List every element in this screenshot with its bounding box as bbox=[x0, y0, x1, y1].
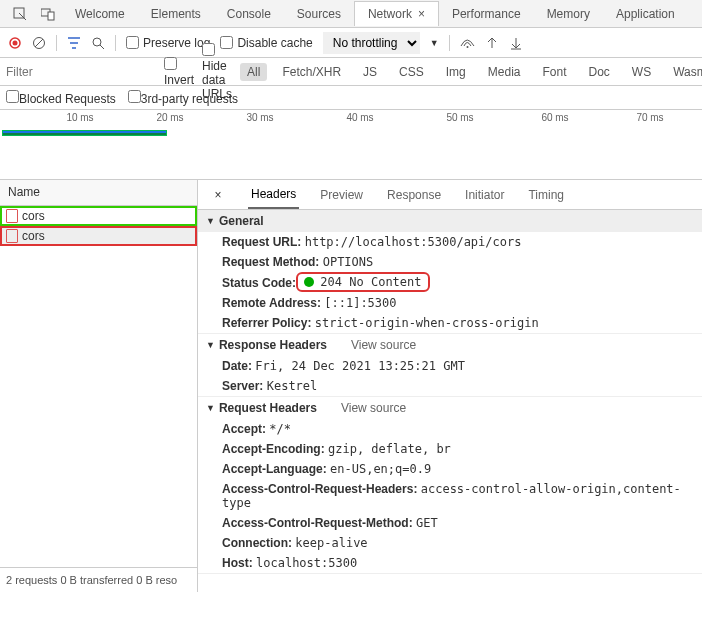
download-har-icon[interactable] bbox=[509, 36, 523, 50]
section-request-headers: ▼Request HeadersView source Accept: */* … bbox=[198, 397, 702, 574]
tab-response[interactable]: Response bbox=[384, 182, 444, 208]
kv-row: Access-Control-Request-Method: GET bbox=[198, 513, 702, 533]
section-title: Request Headers bbox=[219, 401, 317, 415]
clear-button[interactable] bbox=[32, 36, 46, 50]
tab-sources[interactable]: Sources bbox=[284, 2, 354, 26]
kv-key: Access-Control-Request-Headers: bbox=[222, 482, 417, 496]
network-conditions-icon[interactable] bbox=[460, 36, 475, 50]
tab-initiator[interactable]: Initiator bbox=[462, 182, 507, 208]
close-detail-icon[interactable]: × bbox=[206, 188, 230, 202]
kv-value: strict-origin-when-cross-origin bbox=[315, 316, 539, 330]
search-icon[interactable] bbox=[91, 36, 105, 50]
request-row[interactable]: cors bbox=[0, 206, 197, 226]
kv-key: Request URL: bbox=[222, 235, 301, 249]
kv-row: Request Method: OPTIONS bbox=[198, 252, 702, 272]
section-general: ▼General Request URL: http://localhost:5… bbox=[198, 210, 702, 334]
tab-network[interactable]: Network× bbox=[354, 1, 439, 26]
filter-bar: Invert Hide data URLs All Fetch/XHR JS C… bbox=[0, 58, 702, 86]
tab-performance[interactable]: Performance bbox=[439, 2, 534, 26]
timeline[interactable]: 10 ms 20 ms 30 ms 40 ms 50 ms 60 ms 70 m… bbox=[0, 110, 702, 180]
disable-cache-checkbox[interactable]: Disable cache bbox=[220, 36, 312, 50]
kv-row: Referrer Policy: strict-origin-when-cros… bbox=[198, 313, 702, 333]
file-icon bbox=[6, 209, 18, 223]
kv-value: http://localhost:5300/api/cors bbox=[305, 235, 522, 249]
inspect-icon[interactable] bbox=[8, 2, 32, 26]
tab-timing[interactable]: Timing bbox=[525, 182, 567, 208]
kv-row: Date: Fri, 24 Dec 2021 13:25:21 GMT bbox=[198, 356, 702, 376]
section-title: Response Headers bbox=[219, 338, 327, 352]
kv-key: Request Method: bbox=[222, 255, 319, 269]
disable-cache-label: Disable cache bbox=[237, 36, 312, 50]
filter-type-all[interactable]: All bbox=[240, 63, 267, 81]
request-row[interactable]: cors bbox=[0, 226, 197, 246]
svg-rect-2 bbox=[48, 12, 54, 20]
separator bbox=[56, 35, 57, 51]
tab-console[interactable]: Console bbox=[214, 2, 284, 26]
kv-value: OPTIONS bbox=[323, 255, 374, 269]
view-source-link[interactable]: View source bbox=[341, 401, 406, 415]
name-column-header[interactable]: Name bbox=[0, 180, 197, 206]
filter-toggle-icon[interactable] bbox=[67, 36, 81, 50]
filter-type-ws[interactable]: WS bbox=[625, 63, 658, 81]
section-response-headers: ▼Response HeadersView source Date: Fri, … bbox=[198, 334, 702, 397]
device-toggle-icon[interactable] bbox=[36, 2, 60, 26]
kv-key: Accept: bbox=[222, 422, 266, 436]
detail-tabs: × Headers Preview Response Initiator Tim… bbox=[198, 180, 702, 210]
filter-type-js[interactable]: JS bbox=[356, 63, 384, 81]
filter-type-img[interactable]: Img bbox=[439, 63, 473, 81]
timeline-tick: 10 ms bbox=[66, 112, 93, 123]
blocked-requests-checkbox[interactable]: Blocked Requests bbox=[6, 90, 116, 106]
preserve-log-label: Preserve log bbox=[143, 36, 210, 50]
filter-type-doc[interactable]: Doc bbox=[581, 63, 616, 81]
kv-value: Kestrel bbox=[267, 379, 318, 393]
tab-application[interactable]: Application bbox=[603, 2, 688, 26]
kv-row: Remote Address: [::1]:5300 bbox=[198, 293, 702, 313]
kv-row: Accept-Language: en-US,en;q=0.9 bbox=[198, 459, 702, 479]
tab-welcome[interactable]: Welcome bbox=[62, 2, 138, 26]
filter-type-fetch[interactable]: Fetch/XHR bbox=[275, 63, 348, 81]
kv-value: */* bbox=[269, 422, 291, 436]
kv-key: Date: bbox=[222, 359, 252, 373]
upload-har-icon[interactable] bbox=[485, 36, 499, 50]
kv-value: localhost:5300 bbox=[256, 556, 357, 570]
timeline-tick: 40 ms bbox=[346, 112, 373, 123]
filter-type-font[interactable]: Font bbox=[535, 63, 573, 81]
kv-row: Accept: */* bbox=[198, 419, 702, 439]
filter-input[interactable] bbox=[6, 65, 156, 79]
triangle-down-icon: ▼ bbox=[206, 216, 215, 226]
request-name: cors bbox=[22, 209, 45, 223]
tab-preview[interactable]: Preview bbox=[317, 182, 366, 208]
timeline-tick: 20 ms bbox=[156, 112, 183, 123]
separator bbox=[115, 35, 116, 51]
kv-key: Accept-Language: bbox=[222, 462, 327, 476]
tab-headers[interactable]: Headers bbox=[248, 181, 299, 209]
svg-line-8 bbox=[100, 45, 104, 49]
tab-elements[interactable]: Elements bbox=[138, 2, 214, 26]
kv-row: Connection: keep-alive bbox=[198, 533, 702, 553]
kv-key: Remote Address: bbox=[222, 296, 321, 310]
section-general-header[interactable]: ▼General bbox=[198, 210, 702, 232]
section-response-headers-header[interactable]: ▼Response HeadersView source bbox=[198, 334, 702, 356]
invert-checkbox[interactable]: Invert bbox=[164, 57, 194, 87]
throttling-dropdown[interactable]: No throttling bbox=[323, 32, 420, 54]
tab-memory[interactable]: Memory bbox=[534, 2, 603, 26]
kv-row: Accept-Encoding: gzip, deflate, br bbox=[198, 439, 702, 459]
filter-type-media[interactable]: Media bbox=[481, 63, 528, 81]
record-button[interactable] bbox=[8, 36, 22, 50]
svg-point-4 bbox=[13, 40, 18, 45]
filter-type-css[interactable]: CSS bbox=[392, 63, 431, 81]
section-title: General bbox=[219, 214, 264, 228]
top-tabs: Welcome Elements Console Sources Network… bbox=[0, 0, 702, 28]
preserve-log-checkbox[interactable]: Preserve log bbox=[126, 36, 210, 50]
chevron-down-icon[interactable]: ▼ bbox=[430, 38, 439, 48]
view-source-link[interactable]: View source bbox=[351, 338, 416, 352]
kv-value: gzip, deflate, br bbox=[328, 442, 451, 456]
filter-type-wasm[interactable]: Wasm bbox=[666, 63, 702, 81]
close-icon[interactable]: × bbox=[418, 7, 425, 21]
kv-row: Access-Control-Request-Headers: access-c… bbox=[198, 479, 702, 513]
status-bar: 2 requests 0 B transferred 0 B reso bbox=[0, 567, 197, 592]
section-request-headers-header[interactable]: ▼Request HeadersView source bbox=[198, 397, 702, 419]
triangle-down-icon: ▼ bbox=[206, 403, 215, 413]
third-party-checkbox[interactable]: 3rd-party requests bbox=[128, 90, 238, 106]
svg-line-6 bbox=[35, 39, 43, 47]
